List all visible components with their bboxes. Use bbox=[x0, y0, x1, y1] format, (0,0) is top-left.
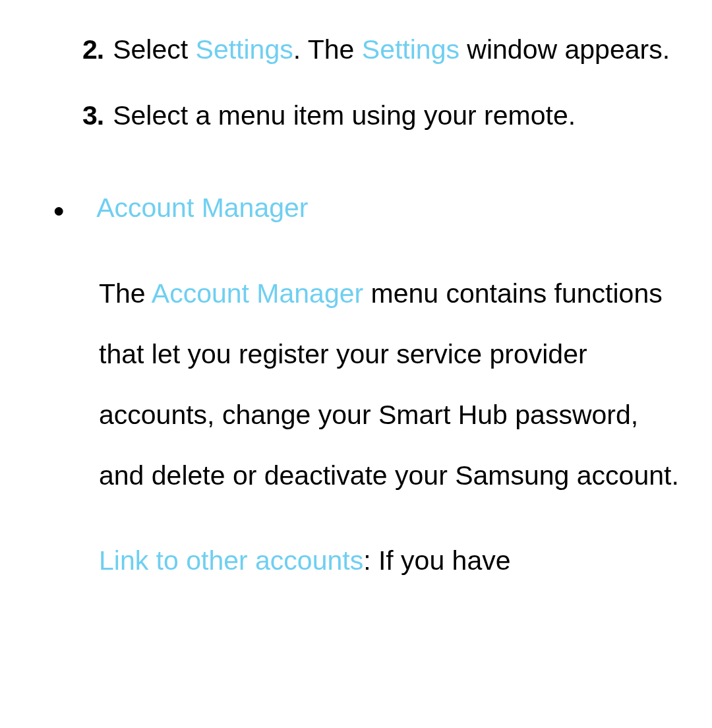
body-prefix: The bbox=[99, 278, 152, 309]
step-2-text: Select Settings. The Settings window app… bbox=[113, 20, 686, 79]
bullet-icon: ● bbox=[53, 185, 96, 236]
section-heading-row: ● Account Manager bbox=[53, 178, 686, 237]
link-accounts-suffix: : If you have bbox=[363, 545, 510, 576]
account-manager-section: ● Account Manager The Account Manager me… bbox=[33, 178, 686, 590]
step-2-mid: . The bbox=[293, 34, 362, 65]
step-3: 3. Select a menu item using your remote. bbox=[33, 86, 686, 145]
settings-link-2: Settings bbox=[362, 34, 460, 65]
step-2-prefix: Select bbox=[113, 34, 195, 65]
step-number-2: 2. bbox=[33, 20, 113, 79]
document-content: 2. Select Settings. The Settings window … bbox=[0, 0, 712, 591]
step-2: 2. Select Settings. The Settings window … bbox=[33, 20, 686, 79]
step-3-text: Select a menu item using your remote. bbox=[113, 86, 686, 145]
account-manager-description: The Account Manager menu contains functi… bbox=[53, 263, 686, 506]
step-2-suffix: window appears. bbox=[460, 34, 670, 65]
step-number-3: 3. bbox=[33, 86, 113, 145]
account-manager-inline: Account Manager bbox=[152, 278, 363, 309]
account-manager-heading: Account Manager bbox=[96, 178, 686, 237]
link-accounts-description: Link to other accounts: If you have bbox=[53, 530, 686, 591]
link-accounts-label: Link to other accounts bbox=[99, 545, 363, 576]
settings-link-1: Settings bbox=[196, 34, 293, 65]
body-suffix: menu contains functions that let you reg… bbox=[99, 278, 679, 491]
